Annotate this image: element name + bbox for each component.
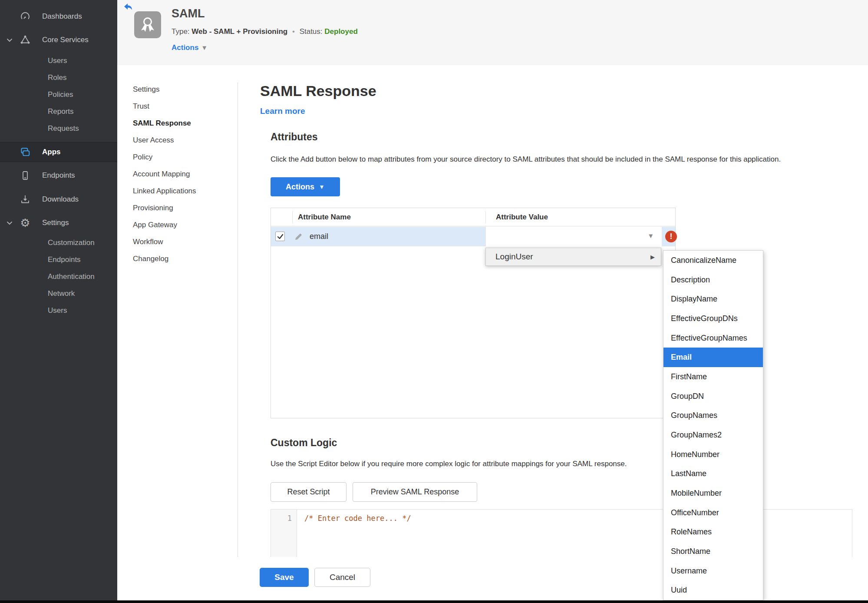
app-header: SAML Type: Web - SAML + Provisioning • S… (117, 0, 868, 65)
submenu-item-groupdn[interactable]: GroupDN (663, 387, 763, 406)
column-attribute-value: Attribute Value (496, 208, 548, 226)
submenu-item-firstname[interactable]: FirstName (663, 367, 763, 387)
edit-pencil-icon[interactable] (294, 232, 303, 242)
column-divider (485, 211, 486, 223)
tab-user-access[interactable]: User Access (133, 132, 220, 149)
tab-policy[interactable]: Policy (133, 149, 220, 166)
table-header: Attribute Name Attribute Value (271, 208, 675, 226)
attributes-actions-button[interactable]: Actions▼ (271, 177, 340, 196)
meta-separator: • (290, 27, 297, 36)
custom-logic-description: Use the Script Editor below if you requi… (271, 460, 661, 468)
submenu-item-username[interactable]: Username (663, 561, 763, 581)
sidebar-item-downloads[interactable]: Downloads (0, 189, 117, 210)
cancel-button[interactable]: Cancel (314, 568, 370, 587)
apps-icon (19, 146, 31, 158)
submenu-item-groupnames2[interactable]: GroupNames2 (663, 425, 763, 445)
window-bottom-edge (0, 600, 868, 603)
tab-changelog[interactable]: Changelog (133, 250, 220, 267)
sidebar-item-core-services[interactable]: Core Services (0, 30, 117, 50)
column-divider (292, 211, 293, 223)
page-title: SAML (172, 7, 205, 20)
sidebar-item-settings[interactable]: ⚙ Settings (0, 212, 117, 233)
type-value: Web - SAML + Provisioning (191, 27, 287, 36)
sidebar-item-label: Downloads (42, 195, 79, 204)
sidebar-item-label: Customization (48, 239, 95, 247)
sidebar-item-label: Settings (42, 219, 69, 227)
sidebar-item-authentication[interactable]: Authentication (0, 268, 117, 285)
submenu-item-effectivegroupnames[interactable]: EffectiveGroupNames (663, 328, 763, 348)
caret-down-icon: ▼ (319, 183, 325, 190)
submenu-item-displayname[interactable]: DisplayName (663, 289, 763, 309)
submenu-item-uuid[interactable]: Uuid (663, 580, 763, 600)
custom-logic-heading: Custom Logic (271, 437, 337, 449)
editor-code[interactable]: /* Enter code here... */ (304, 514, 411, 523)
value-menu-loginuser[interactable]: LoginUser ▶ (485, 248, 661, 266)
submenu-item-officenumber[interactable]: OfficeNumber (663, 503, 763, 523)
core-services-icon (19, 34, 31, 46)
submenu-item-description[interactable]: Description (663, 270, 763, 290)
submenu-item-homenumber[interactable]: HomeNumber (663, 445, 763, 464)
download-icon (19, 193, 31, 205)
preview-saml-response-button[interactable]: Preview SAML Response (353, 482, 477, 502)
submenu-item-email[interactable]: Email (663, 348, 763, 367)
submenu-item-canonicalizename[interactable]: CanonicalizeName (663, 251, 763, 270)
sidebar-item-label: Dashboards (42, 12, 82, 21)
app-window: Dashboards Core Services Users Roles Pol… (0, 0, 868, 603)
tab-linked-applications[interactable]: Linked Applications (133, 182, 220, 199)
sidebar-item-users-settings[interactable]: Users (0, 302, 117, 319)
submenu-item-shortname[interactable]: ShortName (663, 542, 763, 561)
status-label: Status: (300, 27, 323, 36)
header-actions-label: Actions (172, 43, 198, 52)
submenu-item-effectivegroupdns[interactable]: EffectiveGroupDNs (663, 309, 763, 328)
tab-settings[interactable]: Settings (133, 81, 220, 98)
submenu-item-rolenames[interactable]: RoleNames (663, 522, 763, 542)
learn-more-link[interactable]: Learn more (260, 106, 305, 116)
submenu-item-mobilenumber[interactable]: MobileNumber (663, 484, 763, 503)
tab-account-mapping[interactable]: Account Mapping (133, 166, 220, 182)
sidebar-item-roles[interactable]: Roles (0, 69, 117, 86)
tab-provisioning[interactable]: Provisioning (133, 199, 220, 216)
sidebar-item-network[interactable]: Network (0, 285, 117, 302)
row-checkbox[interactable] (275, 232, 285, 241)
sidebar-item-endpoints-settings[interactable]: Endpoints (0, 251, 117, 268)
attribute-value-submenu: CanonicalizeName Description DisplayName… (663, 250, 763, 600)
sidebar-item-requests[interactable]: Requests (0, 120, 117, 137)
sidebar-item-label: Apps (42, 148, 61, 156)
type-label: Type: (172, 27, 190, 36)
sidebar-item-label: Users (48, 306, 67, 315)
sidebar-item-label: Roles (48, 73, 66, 82)
chevron-down-icon[interactable] (5, 36, 14, 44)
device-icon (19, 169, 31, 182)
section-title: SAML Response (260, 83, 376, 99)
error-icon: ! (665, 231, 677, 242)
attribute-value-dropdown[interactable]: ▼ (485, 227, 662, 246)
attribute-name-cell: email (310, 232, 328, 241)
status-badge: Deployed (324, 27, 358, 36)
back-arrow-icon[interactable] (123, 2, 133, 12)
tab-app-gateway[interactable]: App Gateway (133, 216, 220, 233)
sidebar-item-customization[interactable]: Customization (0, 234, 117, 251)
sidebar-item-label: Policies (48, 90, 73, 99)
save-button[interactable]: Save (260, 568, 309, 587)
sidebar-item-apps[interactable]: Apps (0, 142, 117, 162)
sidebar-item-policies[interactable]: Policies (0, 86, 117, 103)
table-row[interactable]: email ▼ ! (271, 227, 675, 246)
header-actions-menu[interactable]: Actions▼ (172, 43, 208, 52)
reset-script-button[interactable]: Reset Script (271, 482, 347, 502)
value-menu-label: LoginUser (495, 252, 533, 262)
sidebar-item-users[interactable]: Users (0, 52, 117, 69)
tab-saml-response[interactable]: SAML Response (133, 115, 220, 132)
tab-workflow[interactable]: Workflow (133, 233, 220, 250)
tab-trust[interactable]: Trust (133, 98, 220, 115)
sidebar-item-label: Network (48, 289, 75, 298)
script-editor[interactable]: 1 /* Enter code here... */ (271, 509, 852, 557)
submenu-item-lastname[interactable]: LastName (663, 464, 763, 484)
sidebar-item-label: Authentication (48, 272, 95, 281)
sidebar-item-label: Reports (48, 107, 74, 116)
sidebar-item-label: Requests (48, 124, 79, 133)
sidebar-item-dashboards[interactable]: Dashboards (0, 6, 117, 27)
submenu-item-groupnames[interactable]: GroupNames (663, 406, 763, 425)
chevron-down-icon[interactable] (5, 219, 14, 227)
sidebar-item-endpoints[interactable]: Endpoints (0, 165, 117, 186)
sidebar-item-reports[interactable]: Reports (0, 103, 117, 120)
